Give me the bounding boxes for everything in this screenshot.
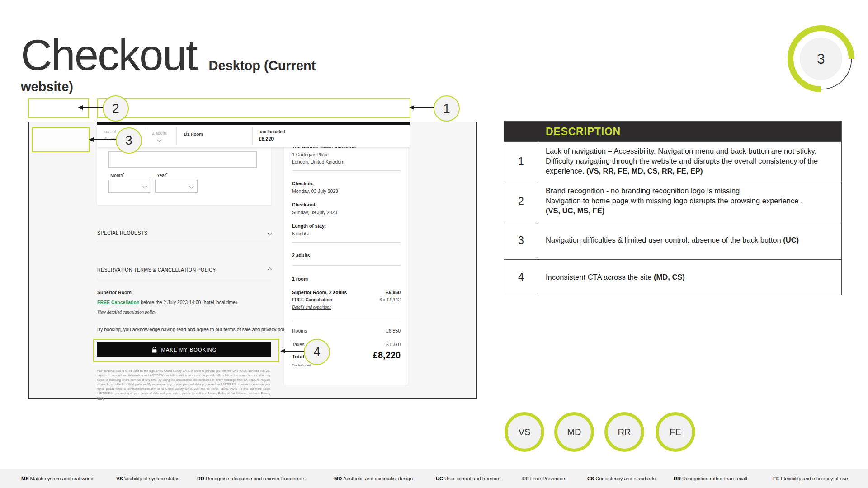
table-row: 2 Brand recognition - no branding recogn… [504,181,841,221]
rate-breakdown: 6 x £1,142 [379,297,401,302]
chevron-down-icon [268,230,272,235]
legend-item-uc: UCUser control and freedom [436,469,500,488]
special-requests-toggle[interactable]: SPECIAL REQUESTS [97,230,271,235]
terms-of-sale-link[interactable]: terms of sale [224,327,251,332]
chevron-down-icon [157,138,162,142]
arrow-3 [93,139,116,140]
marker-1: 1 [434,95,460,122]
card-number-input[interactable] [108,151,257,168]
required-asterisk: * [166,172,167,176]
tax-included-label: Tax included [259,129,285,134]
chevron-up-icon [268,267,272,272]
sticky-total-value: £8,220 [259,136,285,141]
badge-label: MD [567,427,581,437]
rooms-label: 1/1 Room [184,131,203,136]
rooms-total-label: Rooms [292,328,307,333]
slide-canvas: CheckoutDesktop (Current website) 3 1 2 … [0,0,868,488]
heuristic-tags: (VS, RR, FE, MD, CS, RR, FE, EP) [586,167,703,175]
chevron-down-icon [189,184,194,189]
payment-form-card: Month* Year* [97,147,271,205]
marker-2: 2 [103,95,129,122]
agreement-line: By booking, you acknowledge having read … [97,327,291,332]
room-name: Superior Room [97,290,132,295]
sticky-total: Tax included £8,220 [259,129,285,141]
summary-rooms: 1 room [292,276,308,282]
row-number: 1 [504,142,538,181]
heuristic-tags: (UC) [783,236,799,244]
legal-fine-print: Your personal data is to be used by the … [97,369,270,400]
row-text: Inconsistent CTA across the site (MD, CS… [538,260,841,295]
stay-label: Length of stay: [292,223,326,229]
reservation-terms-label: RESERVATION TERMS & CANCELLATION POLICY [97,267,216,272]
heuristic-tags: (VS, UC, MS, FE) [546,206,604,215]
taxes-label: Taxes [292,342,304,347]
marker-4: 4 [304,339,330,365]
legend-item-ep: EPError Prevention [522,469,566,488]
row-text: Navigation difficulties & limited user c… [538,221,841,259]
marker-2-label: 2 [112,102,119,116]
guests-selector[interactable]: 2 adults [152,131,167,142]
marker-4-label: 4 [313,345,320,359]
checkin-label: Check-in: [292,181,314,186]
guests-label: 2 adults [152,131,167,136]
view-cancellation-policy-link[interactable]: View detailed cancelation policy [97,310,156,314]
title-block: CheckoutDesktop (Current website) [21,33,348,97]
legend-item-vs: VSVisibility of system status [116,469,179,488]
legend-item-fe: FEFlexibility and efficiency of use [773,469,848,488]
row-number: 2 [504,181,538,221]
stay-value: 6 nights [292,231,309,236]
table-row: 1 Lack of navigation – Accessibility. Na… [504,141,841,181]
sticky-divider-1 [145,127,145,145]
taxes-value: £1,370 [386,342,401,347]
checkout-label: Check-out: [292,202,317,207]
legend-item-md: MDAesthetic and minimalist design [334,469,413,488]
summary-divider [292,170,401,171]
legend-item-cs: CSConsistency and standards [587,469,656,488]
annotation-box-1-navbar [97,98,410,118]
room-price: £6,850 [386,290,401,295]
badge-label: FE [670,427,681,437]
summary-divider [292,265,401,266]
heuristic-badge-vs: VS [505,412,544,452]
chevron-down-icon [143,184,147,189]
special-requests-label: SPECIAL REQUESTS [97,230,147,235]
heuristic-badge-md: MD [554,412,594,452]
arrow-1 [414,107,434,108]
heuristics-legend-footer: MSMatch system and real world VSVisibili… [0,469,868,488]
reservation-summary-card: The Carlton Tower Jumeirah 1 Cadogan Pla… [284,142,408,385]
sticky-divider-2 [176,127,177,145]
heuristic-badge-fe: FE [656,412,695,452]
summary-free-cancellation: FREE Cancellation [292,297,332,302]
year-select[interactable] [155,180,198,193]
details-and-conditions-link[interactable]: Details and conditions [292,305,331,310]
checkin-value: Monday, 03 July 2023 [292,188,338,194]
description-header-label: DESCRIPTION [546,126,621,138]
year-field-label: Year* [157,172,167,178]
marker-3-label: 3 [125,134,132,148]
legend-item-ms: MSMatch system and real world [21,469,94,488]
sticky-booking-bar: 03 Jul 6 - nigh 2 adults 1/1 Room Tax in… [97,125,410,147]
month-select[interactable] [108,180,151,193]
row-number: 4 [504,260,538,295]
section-divider [97,242,271,242]
row-text: Brand recognition - no branding recognit… [538,181,841,221]
summary-tax-included: Tax included [292,363,311,367]
stay-dates-line1: 03 Jul [104,129,119,134]
slide-progress-ring: 3 [785,23,857,95]
reservation-terms-toggle[interactable]: RESERVATION TERMS & CANCELLATION POLICY [97,267,271,272]
legend-item-rr: RRRecognition rather than recall [674,469,747,488]
description-table: DESCRIPTION 1 Lack of navigation – Acces… [504,121,842,295]
room-line: Superior Room, 2 adults [292,290,347,295]
marker-3: 3 [116,127,142,154]
hotel-address-2: London, United Kingdom [292,159,344,164]
progress-number: 3 [817,51,825,67]
badge-label: RR [618,427,631,437]
arrow-2 [82,107,103,108]
month-field-label: Month* [110,172,124,178]
section-divider [97,279,271,279]
heuristic-badge-rr: RR [604,412,644,452]
arrow-4 [285,351,304,352]
page-title: Checkout [21,31,197,79]
required-asterisk: * [123,172,124,176]
annotation-box-4-cta [93,339,279,362]
